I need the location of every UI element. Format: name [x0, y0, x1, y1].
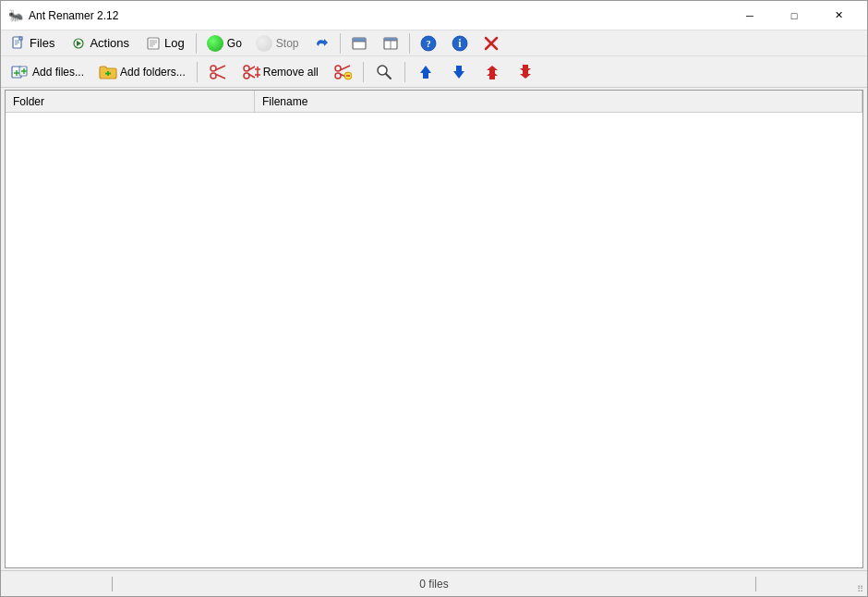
- arrow-top-icon: [483, 63, 501, 81]
- add-folders-label: Add folders...: [120, 66, 186, 79]
- help-icon: ?: [419, 34, 438, 53]
- toolbar-sep2: [340, 33, 341, 54]
- exit-icon: [482, 34, 500, 53]
- go-button[interactable]: Go: [199, 31, 248, 55]
- file-list-container: Folder Filename: [5, 90, 863, 568]
- stop-icon: [255, 34, 273, 53]
- window2-button[interactable]: [375, 31, 406, 55]
- svg-text:?: ?: [426, 38, 431, 49]
- arrow-up-icon: [416, 63, 435, 81]
- move-top-button[interactable]: [476, 60, 508, 84]
- menu-actions[interactable]: Actions: [63, 33, 138, 54]
- move-up-button[interactable]: [410, 60, 441, 84]
- toolbar2: Add files... Add folders...: [1, 56, 867, 88]
- remove-icon: [209, 63, 227, 81]
- file-list-body[interactable]: [6, 113, 862, 567]
- close-button[interactable]: ✕: [817, 2, 860, 30]
- svg-marker-55: [487, 71, 498, 79]
- remove-button[interactable]: [202, 60, 234, 84]
- stop-label: Stop: [276, 37, 299, 50]
- add-files-icon: [11, 63, 30, 81]
- window1-icon: [350, 34, 368, 53]
- remove-all-icon: [242, 63, 260, 81]
- statusbar: 0 files ⠿: [1, 570, 867, 596]
- add-files-button[interactable]: Add files...: [5, 60, 90, 84]
- arrow-bottom-icon: [516, 63, 535, 81]
- toolbar2-sep1: [197, 62, 198, 82]
- move-down-button[interactable]: [443, 60, 475, 84]
- main-window: 🐜 Ant Renamer 2.12 ─ □ ✕ Files: [0, 0, 868, 597]
- toolbar-sep3: [409, 33, 410, 54]
- svg-rect-15: [384, 38, 397, 41]
- files-menu-label: Files: [30, 36, 54, 50]
- arrow-down-icon: [450, 63, 468, 81]
- add-files-label: Add files...: [32, 66, 84, 79]
- maximize-button[interactable]: □: [773, 2, 815, 30]
- window-title: Ant Renamer 2.12: [29, 9, 118, 22]
- remove-selected-button[interactable]: [327, 60, 358, 84]
- toolbar2-sep2: [363, 62, 364, 82]
- go-icon: [206, 34, 224, 53]
- window2-icon: [381, 34, 400, 53]
- statusbar-sep-right: [755, 577, 756, 591]
- col-folder-header: Folder: [6, 91, 255, 112]
- undo-button[interactable]: [306, 31, 337, 55]
- toolbar2-sep3: [404, 62, 405, 82]
- remove-selected-icon: [333, 63, 352, 81]
- statusbar-corner: ⠿: [857, 584, 863, 594]
- title-bar-left: 🐜 Ant Renamer 2.12: [8, 8, 118, 23]
- info-button[interactable]: i: [444, 31, 476, 55]
- window1-button[interactable]: [344, 31, 375, 55]
- app-icon: 🐜: [8, 8, 23, 23]
- go-label: Go: [227, 37, 242, 50]
- help-button[interactable]: ?: [413, 31, 444, 55]
- remove-all-label: Remove all: [263, 66, 319, 79]
- add-folders-button[interactable]: Add folders...: [92, 60, 192, 84]
- statusbar-sep-left: [112, 577, 113, 591]
- file-count-label: 0 files: [419, 578, 448, 591]
- files-menu-icon: [11, 36, 26, 51]
- svg-marker-53: [453, 66, 464, 79]
- svg-line-51: [386, 74, 391, 79]
- col-filename-header: Filename: [255, 91, 862, 112]
- log-menu-icon: [146, 36, 161, 51]
- stop-button[interactable]: Stop: [248, 31, 306, 55]
- undo-icon: [312, 34, 331, 53]
- add-folders-icon: [99, 63, 117, 81]
- log-menu-label: Log: [164, 36, 185, 50]
- menu-log[interactable]: Log: [138, 33, 193, 54]
- svg-marker-52: [420, 66, 431, 79]
- exit-button[interactable]: [476, 31, 507, 55]
- svg-rect-12: [353, 38, 366, 42]
- menu-bar: Files Actions Log: [1, 30, 867, 56]
- svg-rect-6: [148, 38, 159, 49]
- file-list-header: Folder Filename: [6, 91, 862, 113]
- search-icon: [375, 63, 393, 81]
- svg-rect-1: [19, 37, 22, 40]
- actions-menu-icon: [71, 36, 86, 51]
- minimize-button[interactable]: ─: [729, 2, 771, 30]
- menu-files[interactable]: Files: [3, 33, 63, 54]
- title-bar: 🐜 Ant Renamer 2.12 ─ □ ✕: [1, 1, 867, 30]
- actions-menu-label: Actions: [90, 36, 129, 50]
- menu-toolbar-sep1: [196, 33, 197, 54]
- remove-all-button[interactable]: Remove all: [235, 60, 325, 84]
- info-icon: i: [451, 34, 469, 53]
- search-button[interactable]: [368, 60, 400, 84]
- svg-marker-57: [520, 65, 531, 73]
- move-bottom-button[interactable]: [510, 60, 541, 84]
- title-bar-controls: ─ □ ✕: [729, 2, 860, 30]
